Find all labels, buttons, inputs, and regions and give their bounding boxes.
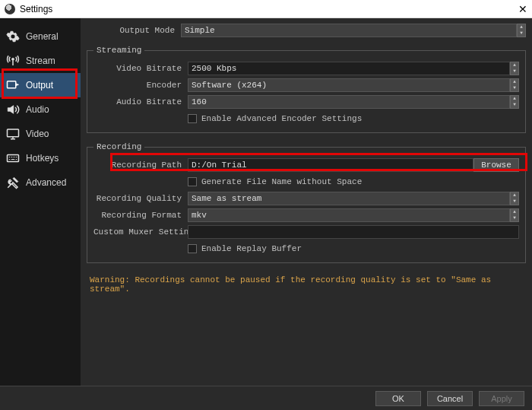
sidebar: General Stream Output Audio [0, 18, 81, 386]
replay-buffer-row: Enable Replay Buffer [93, 241, 519, 256]
obs-logo-icon [5, 4, 15, 14]
encoder-value: Software (x264) [192, 81, 267, 90]
sidebar-item-label: Audio [26, 104, 49, 115]
ok-button[interactable]: OK [375, 391, 421, 406]
apply-button[interactable]: Apply [479, 391, 524, 406]
audio-bitrate-row: Audio Bitrate 160 ▲▼ [93, 94, 519, 110]
audio-bitrate-value: 160 [192, 97, 207, 106]
encoder-select[interactable]: Software (x264) [188, 78, 510, 92]
audio-bitrate-stepper[interactable]: ▲▼ [510, 95, 519, 109]
sidebar-item-label: General [26, 31, 59, 42]
output-icon [6, 78, 20, 92]
recording-format-row: Recording Format mkv ▲▼ [93, 208, 519, 223]
enable-advanced-label: Enable Advanced Encoder Settings [201, 114, 362, 123]
recording-format-value: mkv [192, 211, 207, 220]
recording-path-label: Recording Path [93, 161, 188, 170]
replay-buffer-checkbox[interactable] [188, 244, 197, 253]
encoder-label: Encoder [93, 81, 188, 90]
settings-window: Settings ✕ General Stream Output [0, 0, 532, 410]
recording-format-label: Recording Format [93, 211, 188, 220]
recording-legend: Recording [93, 142, 144, 151]
encoder-row: Encoder Software (x264) ▲▼ [93, 78, 519, 93]
cancel-button[interactable]: Cancel [427, 391, 473, 406]
warning-text: Warning: Recordings cannot be paused if … [87, 269, 526, 294]
video-bitrate-input[interactable] [188, 62, 510, 75]
recording-quality-select[interactable]: Same as stream [188, 192, 510, 205]
keyboard-icon [6, 151, 20, 165]
speaker-icon [6, 103, 20, 116]
custom-muxer-label: Custom Muxer Settings [93, 227, 188, 237]
sidebar-item-output[interactable]: Output [0, 73, 81, 97]
recording-quality-row: Recording Quality Same as stream ▲▼ [93, 191, 519, 206]
button-bar: OK Cancel Apply [0, 386, 532, 410]
audio-bitrate-label: Audio Bitrate [93, 97, 188, 106]
gear-icon [6, 30, 20, 43]
sidebar-item-general[interactable]: General [0, 24, 81, 49]
custom-muxer-input[interactable] [188, 225, 519, 239]
tools-icon [6, 176, 20, 189]
main: Output Mode Simple ▲▼ Streaming Video Bi… [81, 18, 532, 386]
sidebar-item-label: Advanced [26, 177, 66, 188]
recording-quality-stepper[interactable]: ▲▼ [510, 192, 519, 205]
streaming-legend: Streaming [93, 46, 144, 55]
recording-path-row: Recording Path Browse [93, 157, 519, 173]
encoder-stepper[interactable]: ▲▼ [510, 78, 519, 92]
streaming-group: Streaming Video Bitrate ▲▼ Encoder Softw… [87, 46, 526, 133]
sidebar-item-video[interactable]: Video [0, 122, 81, 146]
sidebar-item-hotkeys[interactable]: Hotkeys [0, 146, 81, 170]
sidebar-item-label: Hotkeys [26, 153, 59, 164]
output-mode-row: Output Mode Simple ▲▼ [87, 23, 526, 38]
no-space-label: Generate File Name without Space [201, 177, 362, 186]
svg-rect-3 [8, 155, 19, 162]
recording-format-stepper[interactable]: ▲▼ [510, 208, 519, 222]
output-mode-stepper[interactable]: ▲▼ [517, 24, 526, 37]
custom-muxer-row: Custom Muxer Settings [93, 224, 519, 240]
audio-bitrate-select[interactable]: 160 [188, 95, 510, 109]
window-title: Settings [20, 4, 52, 14]
output-mode-value: Simple [185, 26, 215, 35]
video-bitrate-row: Video Bitrate ▲▼ [93, 61, 519, 76]
replay-buffer-label: Enable Replay Buffer [201, 244, 302, 253]
sidebar-item-advanced[interactable]: Advanced [0, 170, 81, 195]
output-mode-select[interactable]: Simple [181, 24, 517, 37]
recording-quality-value: Same as stream [192, 194, 261, 203]
browse-button[interactable]: Browse [473, 158, 519, 172]
recording-path-input[interactable] [188, 158, 473, 172]
recording-quality-label: Recording Quality [93, 194, 188, 203]
antenna-icon [6, 54, 20, 68]
output-mode-label: Output Mode [87, 26, 181, 35]
recording-group: Recording Recording Path Browse Generate… [87, 142, 526, 263]
recording-format-select[interactable]: mkv [188, 208, 510, 222]
no-space-checkbox[interactable] [188, 177, 197, 186]
close-button[interactable]: ✕ [518, 4, 527, 14]
monitor-icon [6, 127, 20, 141]
enable-advanced-row: Enable Advanced Encoder Settings [93, 111, 519, 126]
sidebar-item-label: Stream [26, 56, 55, 66]
sidebar-item-stream[interactable]: Stream [0, 49, 81, 73]
enable-advanced-checkbox[interactable] [188, 114, 197, 123]
titlebar: Settings ✕ [0, 0, 532, 18]
sidebar-item-audio[interactable]: Audio [0, 97, 81, 122]
svg-point-0 [12, 58, 14, 60]
sidebar-item-label: Output [26, 80, 53, 91]
no-space-row: Generate File Name without Space [93, 174, 519, 189]
sidebar-item-label: Video [26, 129, 49, 139]
svg-rect-1 [8, 81, 16, 88]
svg-rect-2 [8, 129, 19, 137]
body: General Stream Output Audio [0, 18, 532, 386]
video-bitrate-stepper[interactable]: ▲▼ [510, 62, 519, 75]
video-bitrate-label: Video Bitrate [93, 64, 188, 73]
